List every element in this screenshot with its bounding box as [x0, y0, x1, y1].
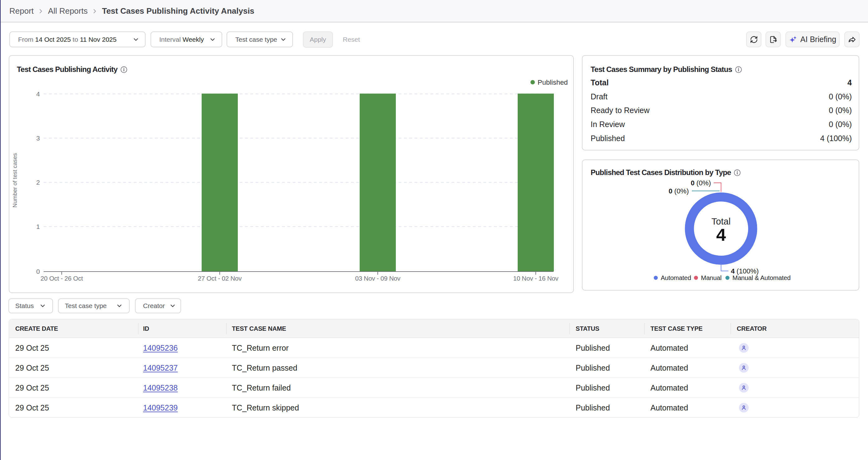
- svg-text:Manual: Manual: [701, 274, 721, 281]
- svg-text:4: 4: [716, 225, 726, 244]
- svg-text:0 (0%): 0 (0%): [691, 179, 711, 187]
- svg-text:Number of test cases: Number of test cases: [11, 153, 18, 208]
- svg-text:03 Nov - 09 Nov: 03 Nov - 09 Nov: [355, 275, 401, 282]
- svg-text:4: 4: [36, 90, 40, 97]
- svg-text:Automated: Automated: [661, 274, 691, 281]
- svg-text:20 Oct - 26 Oct: 20 Oct - 26 Oct: [40, 275, 83, 282]
- svg-text:2: 2: [36, 179, 40, 186]
- svg-text:1: 1: [36, 223, 40, 230]
- svg-text:3: 3: [36, 135, 40, 142]
- svg-text:10 Nov - 16 Nov: 10 Nov - 16 Nov: [513, 275, 559, 282]
- svg-text:0 (0%): 0 (0%): [669, 187, 689, 195]
- svg-text:27 Oct - 02 Nov: 27 Oct - 02 Nov: [198, 275, 242, 282]
- svg-text:0: 0: [36, 268, 40, 275]
- svg-text:Published: Published: [538, 78, 568, 86]
- svg-text:Manual & Automated: Manual & Automated: [733, 274, 791, 281]
